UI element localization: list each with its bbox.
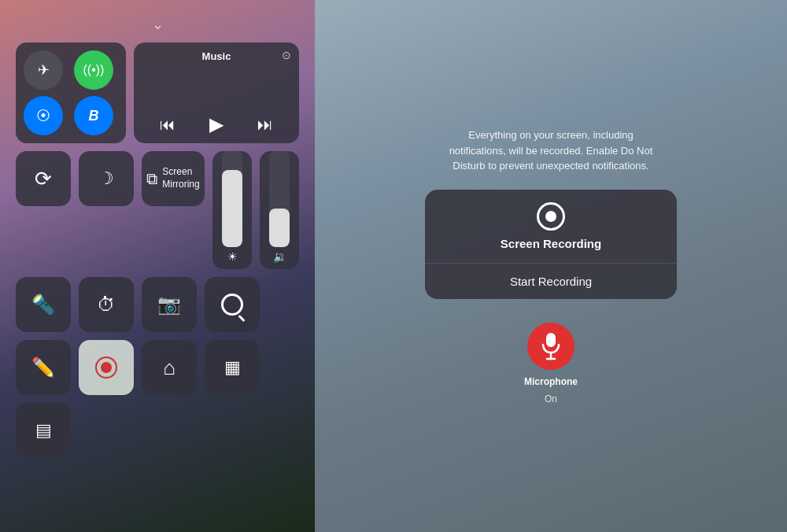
microphone-section: Microphone On: [524, 323, 578, 405]
volume-slider[interactable]: 🔉: [260, 151, 299, 269]
screen-record-button[interactable]: [79, 340, 134, 395]
music-title: Music: [143, 50, 290, 62]
chevron-down-icon[interactable]: ⌄: [152, 16, 164, 33]
popup-card: Screen Recording Start Recording: [425, 190, 677, 299]
airplane-mode-button[interactable]: ✈: [24, 50, 63, 90]
notes-button[interactable]: ✏️: [16, 340, 71, 395]
next-track-button[interactable]: ⏭: [257, 116, 273, 134]
brightness-fill-container: [222, 151, 242, 247]
remote-button[interactable]: ▤: [16, 403, 71, 458]
volume-fill: [269, 209, 290, 247]
microphone-label: Microphone: [524, 376, 578, 387]
music-block: ⊙ Music ⏮ ▶ ⏭: [134, 42, 299, 143]
brightness-fill: [222, 170, 242, 247]
magnifier-icon: [221, 294, 243, 316]
top-row: ✈ ((•)) ⦿ B ⊙ Music ⏮ ▶ ⏭: [16, 42, 299, 143]
magnifier-button[interactable]: [205, 277, 260, 332]
third-row: 🔦 ⏱ 📷: [16, 277, 299, 332]
prev-track-button[interactable]: ⏮: [160, 116, 176, 134]
microphone-button[interactable]: [527, 323, 575, 370]
screen-recording-label: Screen Recording: [501, 237, 601, 250]
second-row: ⟳ ☽ ⧉ ScreenMirroring ☀ 🔉: [16, 151, 299, 269]
screen-mirroring-icon: ⧉: [146, 170, 157, 188]
connectivity-block: ✈ ((•)) ⦿ B: [16, 42, 126, 143]
timer-button[interactable]: ⏱: [79, 277, 134, 332]
wifi-button[interactable]: ⦿: [24, 96, 63, 135]
screen-mirroring-button[interactable]: ⧉ ScreenMirroring: [142, 151, 205, 206]
microphone-status: On: [545, 393, 557, 405]
right-panel: Everything on your screen, including not…: [315, 0, 787, 532]
screen-mirroring-label: ScreenMirroring: [162, 166, 199, 190]
control-grid: ✈ ((•)) ⦿ B ⊙ Music ⏮ ▶ ⏭ ⟳ ☽ ⧉ ScreenM: [16, 42, 299, 458]
do-not-disturb-button[interactable]: ☽: [79, 151, 134, 206]
fifth-row: ▤: [16, 403, 299, 458]
volume-icon: 🔉: [273, 250, 286, 263]
microphone-icon: [540, 332, 562, 360]
screen-recording-icon: [537, 202, 565, 231]
svg-rect-0: [546, 333, 556, 347]
rotation-lock-button[interactable]: ⟳: [16, 151, 71, 206]
brightness-slider[interactable]: ☀: [212, 151, 252, 269]
popup-description: Everything on your screen, including not…: [441, 127, 661, 174]
play-button[interactable]: ▶: [209, 113, 224, 135]
bluetooth-button[interactable]: B: [74, 96, 113, 135]
fourth-row: ✏️ ⌂ ▦: [16, 340, 299, 395]
brightness-icon: ☀: [227, 250, 238, 263]
start-recording-button[interactable]: Start Recording: [510, 275, 592, 288]
record-icon-inner: [545, 211, 556, 222]
record-dot-icon: [95, 357, 117, 379]
left-panel: ⌄ ✈ ((•)) ⦿ B ⊙ Music ⏮ ▶ ⏭ ⟳ ☽: [0, 0, 315, 532]
cellular-button[interactable]: ((•)): [74, 50, 113, 90]
home-button[interactable]: ⌂: [142, 340, 197, 395]
volume-fill-container: [269, 151, 290, 247]
camera-button[interactable]: 📷: [142, 277, 197, 332]
record-dot-inner: [101, 362, 112, 373]
flashlight-button[interactable]: 🔦: [16, 277, 71, 332]
airplay-icon[interactable]: ⊙: [282, 49, 291, 61]
start-recording-row: Start Recording: [425, 264, 677, 299]
screen-recording-section: Screen Recording: [425, 190, 677, 264]
calculator-button[interactable]: ▦: [205, 340, 260, 395]
music-controls: ⏮ ▶ ⏭: [143, 113, 290, 135]
